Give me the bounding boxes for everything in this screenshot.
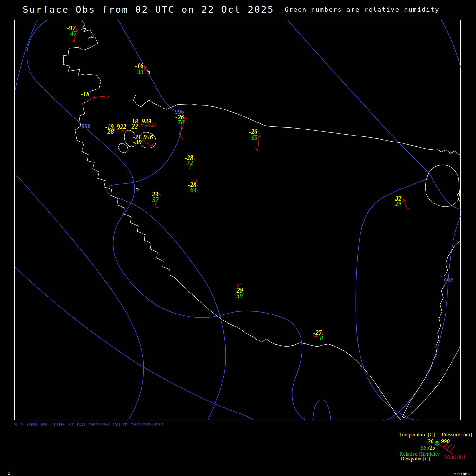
station--23-57-wind-barb xyxy=(155,207,159,208)
station--23-57-wind-barb xyxy=(155,204,155,207)
legend-pressure-label: Pressure [mb] xyxy=(442,432,472,437)
coast-antarctic-peninsula xyxy=(63,20,402,420)
legend-temperature-label: Temperature [C] xyxy=(399,432,435,437)
isobar-top-left-arc xyxy=(15,20,37,91)
station--26-78-value-1: 78 xyxy=(177,120,184,125)
station--32-29-wind-barb xyxy=(407,208,410,209)
station-922-value-2: -28 xyxy=(105,129,114,134)
isobar-992 xyxy=(383,216,461,420)
station--16-value-0: -16 xyxy=(135,63,144,68)
map-canvas xyxy=(0,0,476,476)
station--18-a-wind-barb xyxy=(93,96,109,98)
station--26-65-value-0: -26 xyxy=(248,129,258,134)
legend-wind-label: Wind [kt] xyxy=(444,454,465,459)
isobar-top-right-arc xyxy=(287,20,461,209)
station--26-65-wind-barb xyxy=(255,149,258,151)
station-929-wind-barb xyxy=(155,124,157,127)
station-946-wind-barb xyxy=(151,144,153,146)
coast-island-c xyxy=(118,143,128,153)
station--32-29-wind-barb xyxy=(403,199,403,202)
station--28-72-value-1: 72 xyxy=(187,160,194,165)
station-929-wind-barb xyxy=(152,123,154,127)
station--97-value-1: 47 xyxy=(70,31,77,36)
frame-number: 1 xyxy=(8,471,10,476)
station--18-a-wind-barb xyxy=(93,98,95,99)
isobar-996-right xyxy=(107,20,226,420)
station--23-57-value-1: 57 xyxy=(152,197,159,202)
isobar-top-right-corner xyxy=(441,20,461,67)
station-922-value-1: 922 xyxy=(116,124,127,129)
isobar-label-996-0: 996 xyxy=(81,124,91,129)
isobar-label-992-2: 992 xyxy=(443,278,454,283)
legend-wind-barb xyxy=(450,446,455,452)
mcidas-weather-map-screen: Surface Obs from 02 UTC on 22 Oct 2025 G… xyxy=(0,0,476,476)
legend-wind-barb xyxy=(447,444,452,450)
coast-big-island-ne xyxy=(425,165,460,207)
station-922-wind-barb xyxy=(124,131,127,134)
station-929-value-1: 929 xyxy=(142,119,152,124)
station--26-78-wind-barb xyxy=(185,117,187,119)
isobar-inner-right xyxy=(356,178,429,420)
mcidas-brand: McIDAS xyxy=(454,472,469,476)
isobar-bottom-left-sweep xyxy=(15,267,254,420)
isobar-bottom-loop xyxy=(313,400,331,420)
coastline-group xyxy=(63,20,461,420)
station--27-0-value-1: 0 xyxy=(320,335,323,340)
legend-pressure-value: 990 xyxy=(441,439,450,444)
station--29-59-wind-barb xyxy=(237,284,241,285)
isobar-group xyxy=(15,20,461,420)
station--23-57-wind-barb xyxy=(159,194,161,196)
station-929-value-2: -22 xyxy=(129,124,138,129)
station--29-59-value-1: 59 xyxy=(236,293,243,298)
legend-rh-value: 55 xyxy=(421,445,426,451)
isobar-996-left xyxy=(27,20,305,420)
station--28-64-value-1: 64 xyxy=(190,188,197,193)
legend-dew-value: /15 xyxy=(426,445,435,451)
coast-east-promontory xyxy=(402,241,461,418)
station--26-65-value-1: 65 xyxy=(251,135,258,140)
station--28-72-wind-barb xyxy=(194,159,195,161)
station--26-65-wind-barb xyxy=(259,135,261,137)
isobar-label-996-1: 996 xyxy=(174,109,185,115)
station--32-29-wind-barb xyxy=(404,200,407,208)
wind-barb-group xyxy=(71,28,455,454)
status-line: SLP (MB) MSL TIME 0Z DAY 2025294 VALID 2… xyxy=(14,422,164,427)
legend-temp-value: 20 xyxy=(428,439,433,444)
station-946-value-2: -30 xyxy=(133,140,142,145)
legend-rh-dew-values: 55 /15 xyxy=(421,445,435,450)
legend-dewpoint-label: Dewpoint [C] xyxy=(400,456,430,461)
station--16-value-1: 33 xyxy=(137,69,144,75)
station--18-a-value-0: -18 xyxy=(81,91,90,96)
station--32-29-value-1: 29 xyxy=(395,201,402,206)
coast-islet xyxy=(136,188,138,191)
station--97-wind-barb xyxy=(71,40,74,42)
station-946-value-1: 946 xyxy=(143,135,153,140)
